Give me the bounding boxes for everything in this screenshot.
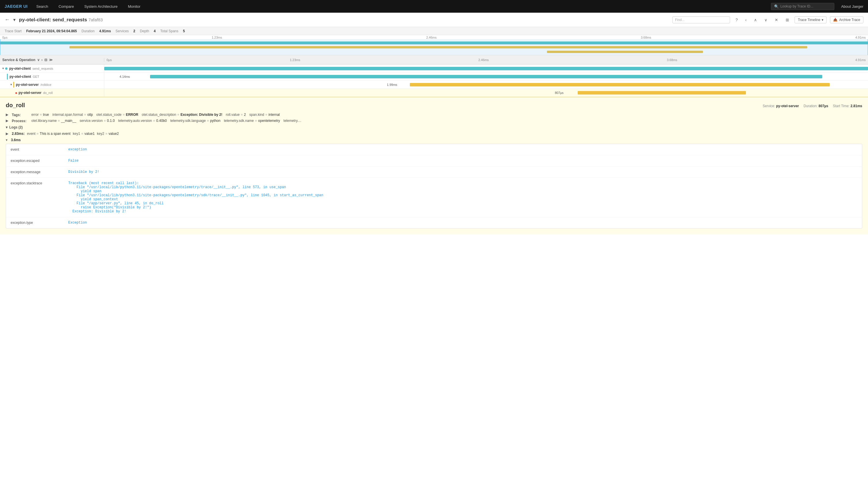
tl-label-1: 1.23ms <box>290 58 300 62</box>
service-name: py-otel-client <box>9 74 31 79</box>
operation-name: /rolldice <box>40 83 51 86</box>
logs-header[interactable]: ▾ Logs (2) <box>6 125 862 129</box>
duration-value: 4.91ms <box>99 29 111 33</box>
proc-svc-version: service.version=0.1.0 <box>80 119 115 123</box>
expand-one-icon[interactable]: › <box>41 58 42 62</box>
spans-label: Total Spans <box>160 29 179 33</box>
minimap-label-0: 0µs <box>2 36 7 39</box>
log-expand-icon[interactable]: ▾ <box>6 138 7 142</box>
nav-monitor[interactable]: Monitor <box>126 3 142 10</box>
log-field-type: exception.type Exception <box>6 217 862 228</box>
logs-toggle-arrow[interactable]: ▾ <box>6 125 7 129</box>
logs-label: Logs (2) <box>9 125 23 129</box>
collapse-icon[interactable]: ⊟ <box>44 58 47 62</box>
service-name: py-otel-server <box>19 91 41 95</box>
down-arrow-icon[interactable]: ∨ <box>762 16 769 24</box>
timeline-label: Trace Timeline <box>798 18 820 22</box>
log-entry: ▶ 2.83ms: event=This is a span event key… <box>6 131 862 136</box>
span-row[interactable]: ● py-otel-server do_roll 807µs <box>0 89 868 97</box>
tag-status-code: otel.status_code=ERROR <box>96 113 138 117</box>
detail-service-label: Service: py-otel-server <box>763 104 799 108</box>
back-button[interactable]: ← <box>5 17 10 23</box>
tags-toggle[interactable]: ▶ <box>6 113 8 117</box>
log-field-key: exception.type <box>11 221 68 225</box>
span-service-col: ▾ py-otel-client send_requests <box>0 64 104 72</box>
service-name: py-otel-client <box>9 66 31 70</box>
span-timeline: 807µs <box>104 89 868 96</box>
log-field-key: exception.message <box>11 170 68 174</box>
trace-title: py-otel-client: send_requests 7afaf83 <box>19 17 103 23</box>
log-field-val: Divisible by 2! <box>68 170 99 174</box>
service-col-label: Service & Operation <box>2 58 35 62</box>
archive-trace-button[interactable]: 📥 Archive Trace <box>830 17 863 23</box>
expand-all-icon[interactable]: ≫ <box>49 58 53 62</box>
collapse-all-icon[interactable]: ∨ <box>37 58 40 62</box>
find-box[interactable] <box>673 17 730 23</box>
help-icon[interactable]: ? <box>734 16 740 24</box>
trace-id-search[interactable]: 🔍 <box>771 3 834 10</box>
service-dot <box>5 67 7 70</box>
span-bar <box>150 75 822 78</box>
main-content: Service & Operation ∨ › ⊟ ≫ 0µs 1.23ms 2… <box>0 55 868 484</box>
nav-search[interactable]: Search <box>35 3 50 10</box>
tag-status-desc: otel.status_description=Exception: Divis… <box>142 113 222 117</box>
operation-name: GET <box>33 75 39 78</box>
archive-label: Archive Trace <box>839 18 860 22</box>
find-input[interactable] <box>675 18 727 22</box>
dag-icon[interactable]: ⊞ <box>784 16 791 24</box>
log-row[interactable]: ▶ 2.83ms: event=This is a span event key… <box>6 131 862 136</box>
operation-name: send_requests <box>33 67 53 70</box>
span-row[interactable]: ▾ py-otel-client send_requests <box>0 64 868 72</box>
log-row[interactable]: ▾ 3.6ms <box>6 138 862 143</box>
span-row[interactable]: ▾ py-otel-server /rolldice 1.99ms <box>0 81 868 89</box>
tl-label-0: 0µs <box>106 58 112 62</box>
timeline-minimap: 0µs 1.23ms 2.46ms 3.68ms 4.91ms <box>0 35 868 55</box>
proc-lib-name: otel.library.name=__main__ <box>31 119 76 123</box>
log-key1-pair: key1=value1 <box>73 132 95 136</box>
span-service-col: ▾ py-otel-server /rolldice <box>0 81 104 88</box>
tags-section: ▶ Tags: error=true internal.span.format=… <box>6 113 862 117</box>
minimap-selection[interactable] <box>0 39 868 55</box>
minimap-label-3: 3.68ms <box>641 36 651 39</box>
minimap-label-1: 1.23ms <box>212 36 222 39</box>
span-row[interactable]: py-otel-client GET 4.14ms <box>0 72 868 81</box>
detail-start: Start Time: 2.81ms <box>833 104 862 108</box>
chevron-down-icon: ▾ <box>822 18 824 22</box>
service-col-header: Service & Operation ∨ › ⊟ ≫ <box>0 58 104 62</box>
spans-value: 5 <box>183 29 185 33</box>
log-field-val: Traceback (most recent call last): File … <box>68 181 323 213</box>
tree-toggle[interactable]: ▾ <box>2 66 4 70</box>
up-arrow-icon[interactable]: ∧ <box>752 16 759 24</box>
duration-label: Duration <box>82 29 94 33</box>
process-toggle[interactable]: ▶ <box>6 119 8 123</box>
service-bar <box>13 82 14 88</box>
nav-system-arch[interactable]: System Architecture <box>83 3 120 10</box>
trace-id-input[interactable] <box>780 4 831 8</box>
brand-logo: JAEGER UI <box>5 4 28 9</box>
service-bar <box>7 74 8 80</box>
timeline-col-header: 0µs 1.23ms 2.46ms 3.68ms 4.91ms <box>104 58 868 62</box>
error-dot: ● <box>15 90 17 95</box>
span-duration-label: 1.99ms <box>387 83 397 86</box>
log-expand-icon[interactable]: ▶ <box>6 132 8 136</box>
log-key2-pair: key2=value2 <box>97 132 119 136</box>
process-content: otel.library.name=__main__ service.versi… <box>31 119 862 123</box>
log-time: 3.6ms <box>11 138 21 142</box>
collapse-button[interactable]: ▾ <box>13 17 16 23</box>
about-jaeger[interactable]: About Jaeger <box>841 4 863 9</box>
minimap-label-2: 2.46ms <box>426 36 437 39</box>
prev-match-icon[interactable]: ‹ <box>743 16 749 24</box>
proc-sdk-lang: telemetry.sdk.language=python <box>170 119 220 123</box>
timeline-dropdown[interactable]: Trace Timeline ▾ <box>795 17 826 23</box>
nav-compare[interactable]: Compare <box>57 3 75 10</box>
log-field-val: exception <box>68 148 87 152</box>
span-bar <box>104 67 868 70</box>
depth-value: 4 <box>154 29 156 33</box>
tree-toggle[interactable]: ▾ <box>10 83 12 86</box>
log-expanded-content: event exception exception.escaped False … <box>6 144 862 229</box>
close-find-icon[interactable]: ✕ <box>773 16 780 24</box>
log-field-val: Exception <box>68 221 87 225</box>
log-field-event: event exception <box>6 144 862 155</box>
span-service-col: py-otel-client GET <box>0 72 104 80</box>
tag-error: error=true <box>31 113 49 117</box>
